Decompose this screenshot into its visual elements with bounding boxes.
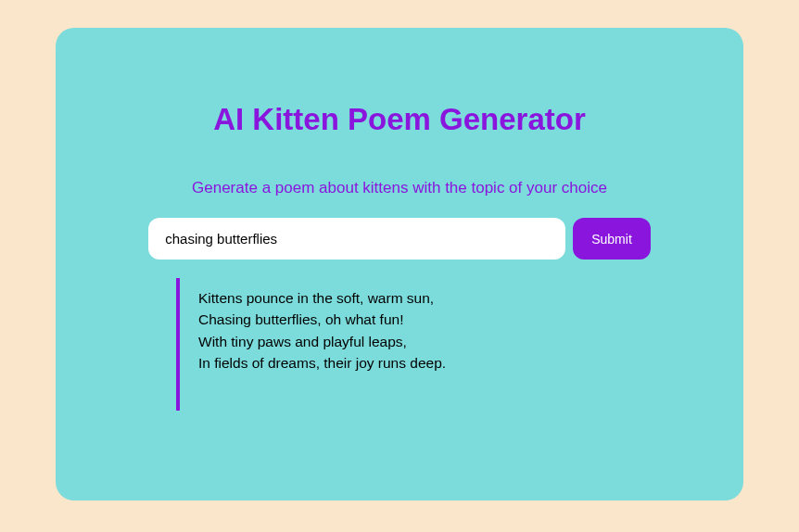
- page-subtitle: Generate a poem about kittens with the t…: [192, 179, 607, 197]
- topic-input[interactable]: [148, 218, 565, 260]
- poem-text: Kittens pounce in the soft, warm sun, Ch…: [198, 287, 567, 374]
- submit-button[interactable]: Submit: [573, 218, 651, 260]
- form-row: Submit: [139, 218, 660, 260]
- page-title: AI Kitten Poem Generator: [213, 102, 586, 137]
- main-card: AI Kitten Poem Generator Generate a poem…: [56, 28, 743, 500]
- poem-container: Kittens pounce in the soft, warm sun, Ch…: [176, 278, 567, 411]
